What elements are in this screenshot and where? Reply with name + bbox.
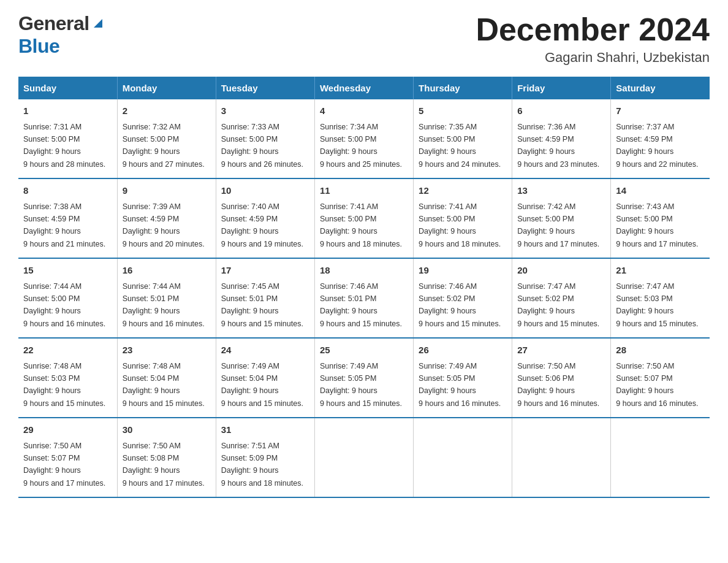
day-info: Sunrise: 7:50 AMSunset: 5:06 PMDaylight:… — [517, 362, 599, 408]
day-number: 31 — [221, 423, 309, 437]
calendar-header-row: SundayMondayTuesdayWednesdayThursdayFrid… — [18, 77, 710, 99]
calendar-cell: 1 Sunrise: 7:31 AMSunset: 5:00 PMDayligh… — [18, 99, 117, 178]
day-info: Sunrise: 7:32 AMSunset: 5:00 PMDaylight:… — [123, 123, 205, 169]
calendar-cell: 9 Sunrise: 7:39 AMSunset: 4:59 PMDayligh… — [117, 178, 216, 258]
day-info: Sunrise: 7:44 AMSunset: 5:00 PMDaylight:… — [23, 282, 105, 328]
calendar-cell: 5 Sunrise: 7:35 AMSunset: 5:00 PMDayligh… — [414, 99, 512, 178]
day-info: Sunrise: 7:37 AMSunset: 4:59 PMDaylight:… — [616, 123, 698, 169]
calendar-week-row: 8 Sunrise: 7:38 AMSunset: 4:59 PMDayligh… — [18, 178, 710, 258]
day-number: 26 — [419, 343, 507, 358]
calendar-cell: 12 Sunrise: 7:41 AMSunset: 5:00 PMDaylig… — [414, 178, 512, 258]
day-info: Sunrise: 7:47 AMSunset: 5:02 PMDaylight:… — [517, 282, 599, 328]
day-number: 20 — [517, 264, 605, 278]
day-info: Sunrise: 7:50 AMSunset: 5:07 PMDaylight:… — [616, 362, 698, 408]
day-number: 14 — [616, 184, 705, 198]
day-number: 24 — [221, 343, 309, 358]
day-info: Sunrise: 7:46 AMSunset: 5:02 PMDaylight:… — [419, 282, 501, 328]
day-number: 19 — [419, 264, 507, 278]
calendar-cell: 14 Sunrise: 7:43 AMSunset: 5:00 PMDaylig… — [611, 178, 710, 258]
calendar-cell: 23 Sunrise: 7:48 AMSunset: 5:04 PMDaylig… — [117, 338, 216, 418]
day-number: 6 — [517, 104, 605, 118]
calendar-cell — [414, 418, 512, 497]
day-info: Sunrise: 7:33 AMSunset: 5:00 PMDaylight:… — [221, 123, 303, 169]
calendar-cell — [512, 418, 611, 497]
calendar-cell: 27 Sunrise: 7:50 AMSunset: 5:06 PMDaylig… — [512, 338, 611, 418]
day-info: Sunrise: 7:50 AMSunset: 5:08 PMDaylight:… — [123, 442, 205, 488]
calendar-cell: 13 Sunrise: 7:42 AMSunset: 5:00 PMDaylig… — [512, 178, 611, 258]
calendar-cell: 19 Sunrise: 7:46 AMSunset: 5:02 PMDaylig… — [414, 258, 512, 338]
location-subtitle: Gagarin Shahri, Uzbekistan — [476, 50, 710, 66]
day-info: Sunrise: 7:49 AMSunset: 5:05 PMDaylight:… — [320, 362, 402, 408]
calendar-cell: 2 Sunrise: 7:32 AMSunset: 5:00 PMDayligh… — [117, 99, 216, 178]
day-number: 11 — [320, 184, 408, 198]
day-info: Sunrise: 7:41 AMSunset: 5:00 PMDaylight:… — [320, 202, 402, 248]
calendar-table: SundayMondayTuesdayWednesdayThursdayFrid… — [18, 77, 710, 498]
calendar-cell: 16 Sunrise: 7:44 AMSunset: 5:01 PMDaylig… — [117, 258, 216, 338]
calendar-cell — [611, 418, 710, 497]
header-saturday: Saturday — [611, 77, 710, 99]
day-info: Sunrise: 7:38 AMSunset: 4:59 PMDaylight:… — [23, 202, 105, 248]
day-info: Sunrise: 7:40 AMSunset: 4:59 PMDaylight:… — [221, 202, 303, 248]
day-number: 13 — [517, 184, 605, 198]
day-info: Sunrise: 7:42 AMSunset: 5:00 PMDaylight:… — [517, 202, 599, 248]
day-number: 23 — [123, 343, 211, 358]
calendar-cell: 15 Sunrise: 7:44 AMSunset: 5:00 PMDaylig… — [18, 258, 117, 338]
day-number: 27 — [517, 343, 605, 358]
calendar-cell: 24 Sunrise: 7:49 AMSunset: 5:04 PMDaylig… — [216, 338, 314, 418]
calendar-cell: 11 Sunrise: 7:41 AMSunset: 5:00 PMDaylig… — [314, 178, 413, 258]
calendar-cell: 30 Sunrise: 7:50 AMSunset: 5:08 PMDaylig… — [117, 418, 216, 497]
svg-marker-0 — [94, 19, 102, 28]
day-number: 22 — [23, 343, 112, 358]
calendar-cell: 7 Sunrise: 7:37 AMSunset: 4:59 PMDayligh… — [611, 99, 710, 178]
header-friday: Friday — [512, 77, 611, 99]
day-number: 3 — [221, 104, 309, 118]
day-info: Sunrise: 7:49 AMSunset: 5:04 PMDaylight:… — [221, 362, 303, 408]
month-year-title: December 2024 — [476, 12, 710, 47]
calendar-week-row: 1 Sunrise: 7:31 AMSunset: 5:00 PMDayligh… — [18, 99, 710, 178]
day-number: 28 — [616, 343, 705, 358]
day-info: Sunrise: 7:34 AMSunset: 5:00 PMDaylight:… — [320, 123, 402, 169]
page-header: General Blue December 2024 Gagarin Shahr… — [18, 12, 710, 66]
day-number: 9 — [123, 184, 211, 198]
calendar-cell: 8 Sunrise: 7:38 AMSunset: 4:59 PMDayligh… — [18, 178, 117, 258]
day-number: 25 — [320, 343, 408, 358]
day-number: 15 — [23, 264, 112, 278]
day-info: Sunrise: 7:31 AMSunset: 5:00 PMDaylight:… — [23, 123, 105, 169]
day-info: Sunrise: 7:49 AMSunset: 5:05 PMDaylight:… — [419, 362, 501, 408]
header-thursday: Thursday — [414, 77, 512, 99]
day-info: Sunrise: 7:43 AMSunset: 5:00 PMDaylight:… — [616, 202, 698, 248]
day-number: 16 — [123, 264, 211, 278]
logo-triangle-icon — [91, 17, 105, 30]
day-number: 21 — [616, 264, 705, 278]
day-info: Sunrise: 7:51 AMSunset: 5:09 PMDaylight:… — [221, 442, 303, 488]
day-info: Sunrise: 7:47 AMSunset: 5:03 PMDaylight:… — [616, 282, 698, 328]
day-number: 4 — [320, 104, 408, 118]
calendar-cell: 26 Sunrise: 7:49 AMSunset: 5:05 PMDaylig… — [414, 338, 512, 418]
calendar-cell — [314, 418, 413, 497]
calendar-cell: 3 Sunrise: 7:33 AMSunset: 5:00 PMDayligh… — [216, 99, 314, 178]
day-number: 7 — [616, 104, 705, 118]
day-info: Sunrise: 7:36 AMSunset: 4:59 PMDaylight:… — [517, 123, 599, 169]
calendar-cell: 25 Sunrise: 7:49 AMSunset: 5:05 PMDaylig… — [314, 338, 413, 418]
header-wednesday: Wednesday — [314, 77, 413, 99]
header-monday: Monday — [117, 77, 216, 99]
header-sunday: Sunday — [18, 77, 117, 99]
calendar-week-row: 22 Sunrise: 7:48 AMSunset: 5:03 PMDaylig… — [18, 338, 710, 418]
title-block: December 2024 Gagarin Shahri, Uzbekistan — [476, 12, 710, 66]
day-number: 10 — [221, 184, 309, 198]
day-number: 18 — [320, 264, 408, 278]
day-number: 17 — [221, 264, 309, 278]
day-info: Sunrise: 7:46 AMSunset: 5:01 PMDaylight:… — [320, 282, 402, 328]
day-number: 5 — [419, 104, 507, 118]
logo: General Blue — [18, 12, 105, 58]
calendar-cell: 22 Sunrise: 7:48 AMSunset: 5:03 PMDaylig… — [18, 338, 117, 418]
calendar-cell: 17 Sunrise: 7:45 AMSunset: 5:01 PMDaylig… — [216, 258, 314, 338]
day-info: Sunrise: 7:48 AMSunset: 5:03 PMDaylight:… — [23, 362, 105, 408]
day-info: Sunrise: 7:41 AMSunset: 5:00 PMDaylight:… — [419, 202, 501, 248]
header-tuesday: Tuesday — [216, 77, 314, 99]
calendar-cell: 20 Sunrise: 7:47 AMSunset: 5:02 PMDaylig… — [512, 258, 611, 338]
calendar-cell: 31 Sunrise: 7:51 AMSunset: 5:09 PMDaylig… — [216, 418, 314, 497]
calendar-cell: 6 Sunrise: 7:36 AMSunset: 4:59 PMDayligh… — [512, 99, 611, 178]
calendar-cell: 4 Sunrise: 7:34 AMSunset: 5:00 PMDayligh… — [314, 99, 413, 178]
day-number: 1 — [23, 104, 112, 118]
